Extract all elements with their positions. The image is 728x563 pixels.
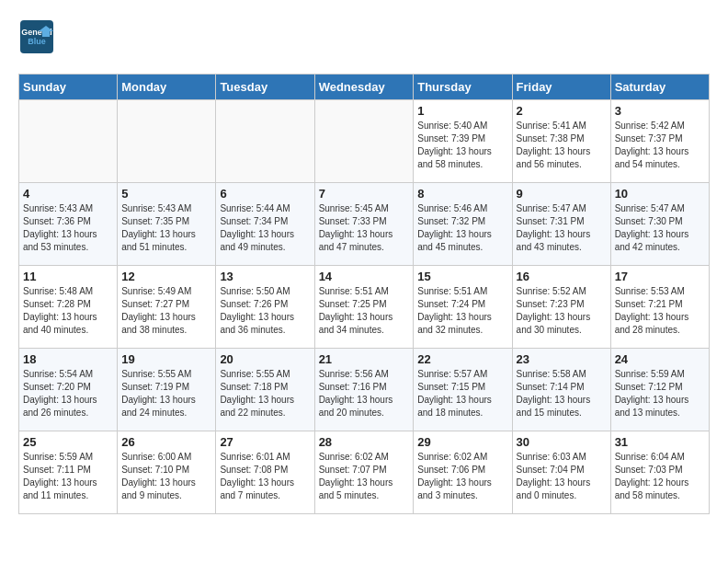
calendar-cell: 8Sunrise: 5:46 AM Sunset: 7:32 PM Daylig… xyxy=(414,183,512,266)
day-info: Sunrise: 5:51 AM Sunset: 7:24 PM Dayligh… xyxy=(417,285,507,337)
svg-text:Blue: Blue xyxy=(28,37,46,46)
calendar-cell: 22Sunrise: 5:57 AM Sunset: 7:15 PM Dayli… xyxy=(414,349,512,431)
calendar-cell: 12Sunrise: 5:49 AM Sunset: 7:27 PM Dayli… xyxy=(118,266,216,349)
day-info: Sunrise: 5:41 AM Sunset: 7:38 PM Dayligh… xyxy=(517,120,607,171)
calendar-cell: 21Sunrise: 5:56 AM Sunset: 7:16 PM Dayli… xyxy=(314,349,414,431)
day-info: Sunrise: 5:43 AM Sunset: 7:36 PM Dayligh… xyxy=(23,202,113,254)
calendar-cell: 17Sunrise: 5:53 AM Sunset: 7:21 PM Dayli… xyxy=(610,266,709,349)
day-info: Sunrise: 5:54 AM Sunset: 7:20 PM Dayligh… xyxy=(23,368,113,419)
calendar-cell: 6Sunrise: 5:44 AM Sunset: 7:34 PM Daylig… xyxy=(216,183,314,266)
day-number: 29 xyxy=(417,435,507,449)
logo: General Blue xyxy=(18,18,61,55)
calendar-cell: 27Sunrise: 6:01 AM Sunset: 7:08 PM Dayli… xyxy=(216,431,314,514)
day-number: 22 xyxy=(417,352,507,366)
day-number: 15 xyxy=(417,270,507,283)
calendar-cell: 19Sunrise: 5:55 AM Sunset: 7:19 PM Dayli… xyxy=(118,349,216,431)
day-number: 30 xyxy=(517,435,607,449)
day-number: 8 xyxy=(417,187,507,201)
week-row-4: 18Sunrise: 5:54 AM Sunset: 7:20 PM Dayli… xyxy=(19,349,710,431)
day-info: Sunrise: 5:48 AM Sunset: 7:28 PM Dayligh… xyxy=(23,285,113,337)
day-number: 31 xyxy=(615,435,705,449)
day-info: Sunrise: 5:53 AM Sunset: 7:21 PM Dayligh… xyxy=(615,285,705,337)
week-row-3: 11Sunrise: 5:48 AM Sunset: 7:28 PM Dayli… xyxy=(19,266,710,349)
day-number: 11 xyxy=(23,270,113,283)
calendar-cell xyxy=(314,100,414,183)
calendar-cell: 16Sunrise: 5:52 AM Sunset: 7:23 PM Dayli… xyxy=(512,266,610,349)
calendar-cell: 7Sunrise: 5:45 AM Sunset: 7:33 PM Daylig… xyxy=(314,183,414,266)
calendar-cell: 20Sunrise: 5:55 AM Sunset: 7:18 PM Dayli… xyxy=(216,349,314,431)
calendar-cell xyxy=(118,100,216,183)
day-info: Sunrise: 5:55 AM Sunset: 7:18 PM Dayligh… xyxy=(220,368,310,419)
day-info: Sunrise: 5:58 AM Sunset: 7:14 PM Dayligh… xyxy=(517,368,607,419)
day-header-thursday: Thursday xyxy=(414,75,512,100)
day-number: 16 xyxy=(517,270,607,283)
day-number: 4 xyxy=(23,187,113,201)
day-header-monday: Monday xyxy=(118,75,216,100)
day-header-wednesday: Wednesday xyxy=(314,75,414,100)
calendar-cell: 2Sunrise: 5:41 AM Sunset: 7:38 PM Daylig… xyxy=(512,100,610,183)
calendar-cell: 4Sunrise: 5:43 AM Sunset: 7:36 PM Daylig… xyxy=(19,183,118,266)
week-row-1: 1Sunrise: 5:40 AM Sunset: 7:39 PM Daylig… xyxy=(19,100,710,183)
day-info: Sunrise: 6:03 AM Sunset: 7:04 PM Dayligh… xyxy=(517,451,607,502)
day-number: 3 xyxy=(615,104,705,118)
day-number: 13 xyxy=(220,270,310,283)
day-info: Sunrise: 5:42 AM Sunset: 7:37 PM Dayligh… xyxy=(615,120,705,171)
day-number: 25 xyxy=(23,435,113,449)
day-info: Sunrise: 5:49 AM Sunset: 7:27 PM Dayligh… xyxy=(121,285,211,337)
day-info: Sunrise: 6:02 AM Sunset: 7:07 PM Dayligh… xyxy=(319,451,410,502)
calendar-cell xyxy=(19,100,118,183)
calendar-cell: 23Sunrise: 5:58 AM Sunset: 7:14 PM Dayli… xyxy=(512,349,610,431)
day-info: Sunrise: 5:43 AM Sunset: 7:35 PM Dayligh… xyxy=(121,202,211,254)
day-info: Sunrise: 5:44 AM Sunset: 7:34 PM Dayligh… xyxy=(220,202,310,254)
day-number: 7 xyxy=(319,187,410,201)
week-row-2: 4Sunrise: 5:43 AM Sunset: 7:36 PM Daylig… xyxy=(19,183,710,266)
day-number: 26 xyxy=(121,435,211,449)
day-info: Sunrise: 6:04 AM Sunset: 7:03 PM Dayligh… xyxy=(615,451,705,502)
calendar-cell: 28Sunrise: 6:02 AM Sunset: 7:07 PM Dayli… xyxy=(314,431,414,514)
day-info: Sunrise: 5:40 AM Sunset: 7:39 PM Dayligh… xyxy=(417,120,507,171)
day-info: Sunrise: 5:50 AM Sunset: 7:26 PM Dayligh… xyxy=(220,285,310,337)
calendar-cell: 14Sunrise: 5:51 AM Sunset: 7:25 PM Dayli… xyxy=(314,266,414,349)
day-number: 5 xyxy=(121,187,211,201)
day-info: Sunrise: 5:56 AM Sunset: 7:16 PM Dayligh… xyxy=(319,368,410,419)
day-info: Sunrise: 5:59 AM Sunset: 7:12 PM Dayligh… xyxy=(615,368,705,419)
day-number: 21 xyxy=(319,352,410,366)
day-number: 12 xyxy=(121,270,211,283)
day-info: Sunrise: 5:45 AM Sunset: 7:33 PM Dayligh… xyxy=(319,202,410,254)
day-info: Sunrise: 5:51 AM Sunset: 7:25 PM Dayligh… xyxy=(319,285,410,337)
calendar-cell: 15Sunrise: 5:51 AM Sunset: 7:24 PM Dayli… xyxy=(414,266,512,349)
day-number: 6 xyxy=(220,187,310,201)
calendar-cell xyxy=(216,100,314,183)
calendar-cell: 9Sunrise: 5:47 AM Sunset: 7:31 PM Daylig… xyxy=(512,183,610,266)
calendar-cell: 3Sunrise: 5:42 AM Sunset: 7:37 PM Daylig… xyxy=(610,100,709,183)
day-number: 27 xyxy=(220,435,310,449)
day-header-sunday: Sunday xyxy=(19,75,118,100)
day-info: Sunrise: 5:59 AM Sunset: 7:11 PM Dayligh… xyxy=(23,451,113,502)
calendar-cell: 29Sunrise: 6:02 AM Sunset: 7:06 PM Dayli… xyxy=(414,431,512,514)
day-number: 9 xyxy=(517,187,607,201)
day-info: Sunrise: 5:57 AM Sunset: 7:15 PM Dayligh… xyxy=(417,368,507,419)
day-header-saturday: Saturday xyxy=(610,75,709,100)
day-info: Sunrise: 5:55 AM Sunset: 7:19 PM Dayligh… xyxy=(121,368,211,419)
day-info: Sunrise: 5:46 AM Sunset: 7:32 PM Dayligh… xyxy=(417,202,507,254)
day-number: 23 xyxy=(517,352,607,366)
calendar-cell: 25Sunrise: 5:59 AM Sunset: 7:11 PM Dayli… xyxy=(19,431,118,514)
day-info: Sunrise: 6:02 AM Sunset: 7:06 PM Dayligh… xyxy=(417,451,507,502)
calendar-cell: 11Sunrise: 5:48 AM Sunset: 7:28 PM Dayli… xyxy=(19,266,118,349)
week-row-5: 25Sunrise: 5:59 AM Sunset: 7:11 PM Dayli… xyxy=(19,431,710,514)
day-number: 17 xyxy=(615,270,705,283)
day-info: Sunrise: 5:52 AM Sunset: 7:23 PM Dayligh… xyxy=(517,285,607,337)
calendar-cell: 24Sunrise: 5:59 AM Sunset: 7:12 PM Dayli… xyxy=(610,349,709,431)
calendar-cell: 1Sunrise: 5:40 AM Sunset: 7:39 PM Daylig… xyxy=(414,100,512,183)
day-header-tuesday: Tuesday xyxy=(216,75,314,100)
calendar-cell: 30Sunrise: 6:03 AM Sunset: 7:04 PM Dayli… xyxy=(512,431,610,514)
day-number: 20 xyxy=(220,352,310,366)
header-row: SundayMondayTuesdayWednesdayThursdayFrid… xyxy=(19,75,710,100)
day-info: Sunrise: 5:47 AM Sunset: 7:30 PM Dayligh… xyxy=(615,202,705,254)
calendar-cell: 10Sunrise: 5:47 AM Sunset: 7:30 PM Dayli… xyxy=(610,183,709,266)
logo-icon: General Blue xyxy=(18,18,55,55)
calendar-cell: 26Sunrise: 6:00 AM Sunset: 7:10 PM Dayli… xyxy=(118,431,216,514)
day-number: 18 xyxy=(23,352,113,366)
calendar-cell: 5Sunrise: 5:43 AM Sunset: 7:35 PM Daylig… xyxy=(118,183,216,266)
calendar-cell: 18Sunrise: 5:54 AM Sunset: 7:20 PM Dayli… xyxy=(19,349,118,431)
